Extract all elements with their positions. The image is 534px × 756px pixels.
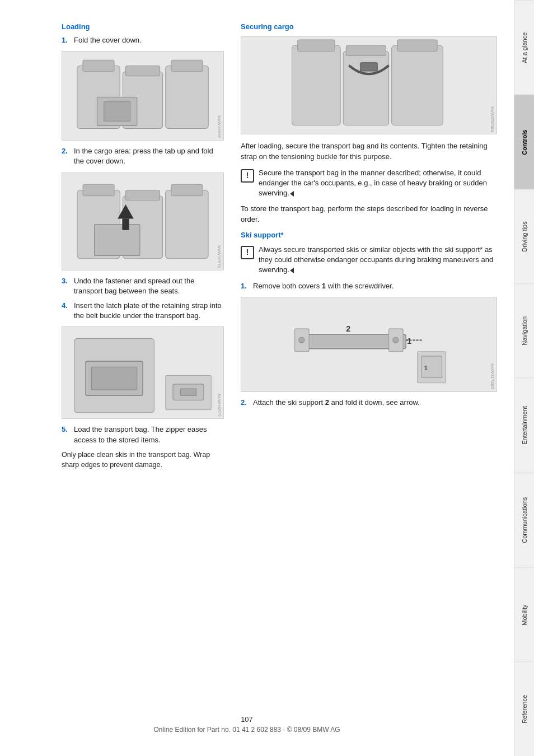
two-column-layout: Loading 1. Fold the cover down. <box>62 22 497 474</box>
main-content: Loading 1. Fold the cover down. <box>0 0 514 756</box>
svg-rect-13 <box>83 184 114 195</box>
loading-heading: Loading <box>62 22 224 31</box>
end-mark-2 <box>290 268 294 273</box>
ski-support-image: 2 1 1 NVW31748S <box>241 297 497 392</box>
svg-text:1: 1 <box>407 337 411 346</box>
ski-step-2-text: Attach the ski support 2 and fold it dow… <box>253 398 497 408</box>
warning-icon-2: ! <box>241 246 254 259</box>
tab-controls[interactable]: Controls <box>514 95 534 189</box>
tab-navigation[interactable]: Navigation <box>514 283 534 378</box>
svg-rect-15 <box>171 184 203 195</box>
securing-warning-text-1: Secure the transport bag in the manner d… <box>259 168 497 199</box>
loading-image-1: NVW16569 <box>62 51 224 141</box>
step-4-text: Insert the latch plate of the retaining … <box>74 301 224 321</box>
step-2: 2. In the cargo area: press the tab up a… <box>62 146 224 166</box>
svg-rect-4 <box>83 60 114 71</box>
securing-cargo-image: NVW25058A <box>241 36 497 134</box>
image-1-caption: NVW16569 <box>217 115 222 138</box>
ski-step-2: 2. Attach the ski support 2 and fold it … <box>241 398 497 408</box>
tab-entertainment[interactable]: Entertainment <box>514 378 534 473</box>
svg-rect-32 <box>397 40 437 51</box>
ski-support-heading: Ski support* <box>241 231 497 239</box>
svg-rect-8 <box>104 102 130 122</box>
svg-rect-22 <box>91 367 137 390</box>
warning-icon-1: ! <box>241 169 254 183</box>
svg-rect-25 <box>180 389 196 395</box>
step-1-num: 1. <box>62 35 71 45</box>
loading-image-2: NVW16570 <box>62 172 224 270</box>
ski-step-1-num: 1. <box>241 281 250 291</box>
securing-warning-1: ! Secure the transport bag in the manner… <box>241 168 497 199</box>
page-container: Loading 1. Fold the cover down. <box>0 0 534 756</box>
step-5-text: Load the transport bag. The zipper eases… <box>74 424 224 445</box>
ski-warning: ! Always secure transported skis or simi… <box>241 245 497 276</box>
step-3-num: 3. <box>62 276 71 296</box>
svg-text:2: 2 <box>346 324 350 333</box>
step-2-text: In the cargo area: press the tab up and … <box>74 146 224 166</box>
step-4-num: 4. <box>62 301 71 321</box>
tab-communications[interactable]: Communications <box>514 473 534 567</box>
step-4: 4. Insert the latch plate of the retaini… <box>62 301 224 321</box>
tab-reference[interactable]: Reference <box>514 661 534 756</box>
ski-image-caption: NVW31748S <box>490 363 495 389</box>
svg-rect-16 <box>95 224 140 255</box>
securing-para-1: After loading, secure the transport bag … <box>241 141 497 162</box>
step-1-text: Fold the cover down. <box>74 35 224 45</box>
svg-rect-12 <box>166 190 208 258</box>
svg-rect-3 <box>166 66 208 129</box>
svg-rect-27 <box>292 45 341 125</box>
step-5-num: 5. <box>62 424 71 445</box>
securing-para-2: To store the transport bag, perform the … <box>241 204 497 225</box>
ski-step-1-text: Remove both covers 1 with the screwdrive… <box>253 281 497 291</box>
end-mark-1 <box>290 191 294 197</box>
step-5: 5. Load the transport bag. The zipper ea… <box>62 424 224 445</box>
ski-step-1: 1. Remove both covers 1 with the screwdr… <box>241 281 497 291</box>
svg-rect-6 <box>171 60 203 71</box>
footer-text: Online Edition for Part no. 01 41 2 602 … <box>0 726 494 734</box>
loading-note: Only place clean skis in the transport b… <box>62 450 224 470</box>
svg-rect-31 <box>346 45 386 55</box>
svg-rect-29 <box>392 45 443 125</box>
svg-rect-33 <box>360 63 378 71</box>
step-3: 3. Undo the fastener and spread out the … <box>62 276 224 296</box>
securing-cargo-heading: Securing cargo <box>241 22 497 31</box>
left-column: Loading 1. Fold the cover down. <box>62 22 224 474</box>
loading-image-3: NVW16572 <box>62 326 224 419</box>
svg-rect-14 <box>125 190 160 200</box>
tab-at-a-glance[interactable]: At a glance <box>514 0 534 95</box>
page-number: 107 <box>0 715 494 724</box>
svg-rect-5 <box>125 66 160 76</box>
image-2-caption: NVW16570 <box>217 245 222 268</box>
svg-point-41 <box>393 337 399 343</box>
step-2-num: 2. <box>62 146 71 166</box>
ski-step-2-num: 2. <box>241 398 250 408</box>
tab-mobility[interactable]: Mobility <box>514 567 534 662</box>
securing-image-caption: NVW25058A <box>490 106 495 132</box>
tab-driving-tips[interactable]: Driving tips <box>514 189 534 284</box>
svg-text:1: 1 <box>424 365 428 371</box>
svg-rect-30 <box>298 40 335 51</box>
ski-warning-text: Always secure transported skis or simila… <box>259 245 497 276</box>
page-footer: 107 Online Edition for Part no. 01 41 2 … <box>0 715 494 734</box>
step-1: 1. Fold the cover down. <box>62 35 224 45</box>
svg-rect-18 <box>122 218 129 230</box>
step-3-text: Undo the fastener and spread out the tra… <box>74 276 224 296</box>
svg-point-40 <box>299 337 305 343</box>
right-column: Securing cargo <box>241 22 497 474</box>
sidebar-tabs: At a glance Controls Driving tips Naviga… <box>514 0 534 756</box>
image-3-caption: NVW16572 <box>217 394 222 417</box>
